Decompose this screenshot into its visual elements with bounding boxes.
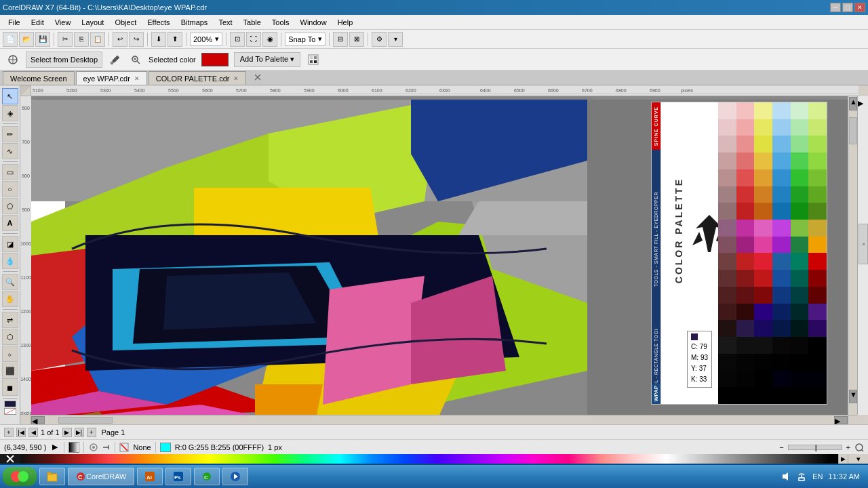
- swatch-cell[interactable]: [808, 371, 827, 388]
- tab-color-palette-close[interactable]: ✕: [233, 75, 239, 82]
- swatch-cell[interactable]: [772, 304, 791, 321]
- taskbar-ps[interactable]: Ps: [165, 468, 191, 485]
- swatch-cell[interactable]: [736, 220, 755, 237]
- swatch-cell[interactable]: [791, 387, 809, 404]
- swatch-cell[interactable]: [718, 136, 736, 152]
- undo-button[interactable]: ↩: [113, 32, 127, 47]
- copy-button[interactable]: ⎘: [74, 32, 89, 47]
- swatch-cell[interactable]: [754, 354, 772, 371]
- vscroll-up[interactable]: ▲: [849, 97, 857, 110]
- text-tool[interactable]: A: [2, 215, 18, 231]
- extrude-tool[interactable]: ⬛: [2, 363, 18, 379]
- swatch-cell[interactable]: [791, 119, 809, 136]
- swatch-cell[interactable]: [808, 119, 827, 136]
- options-button[interactable]: ⚙: [372, 32, 387, 47]
- color-bar-indicator[interactable]: [68, 442, 79, 453]
- swatch-cell[interactable]: [718, 304, 736, 321]
- swatch-cell[interactable]: [754, 102, 772, 119]
- swatch-cell[interactable]: [754, 203, 772, 220]
- swatch-cell[interactable]: [791, 320, 809, 337]
- menu-edit[interactable]: Edit: [26, 17, 50, 28]
- swatch-cell[interactable]: [718, 270, 736, 287]
- swatch-cell[interactable]: [718, 152, 736, 169]
- color-fill-swatch[interactable]: [4, 401, 16, 407]
- swatch-cell[interactable]: [736, 169, 755, 186]
- taskbar-ai[interactable]: Ai: [137, 468, 163, 485]
- swatch-cell[interactable]: [791, 152, 809, 169]
- swatch-cell[interactable]: [754, 371, 772, 388]
- swatch-cell[interactable]: [718, 220, 736, 237]
- swatch-cell[interactable]: [718, 186, 736, 203]
- swatch-cell[interactable]: [718, 203, 736, 220]
- swatch-cell[interactable]: [754, 320, 772, 337]
- new-button[interactable]: 📄: [3, 32, 18, 47]
- swatch-cell[interactable]: [772, 119, 791, 136]
- swatch-cell[interactable]: [808, 387, 827, 404]
- swatch-cell[interactable]: [772, 354, 791, 371]
- fit-page-button[interactable]: ⊡: [230, 32, 245, 47]
- swatch-cell[interactable]: [772, 320, 791, 337]
- hscroll-right[interactable]: ▶: [834, 416, 848, 424]
- menu-file[interactable]: File: [3, 17, 26, 28]
- distribute-button[interactable]: ⊠: [349, 32, 364, 47]
- menu-text[interactable]: Text: [213, 17, 237, 28]
- swatch-cell[interactable]: [772, 136, 791, 152]
- swatch-cell[interactable]: [736, 152, 755, 169]
- swatch-cell[interactable]: [791, 253, 809, 270]
- swatch-cell[interactable]: [736, 253, 755, 270]
- no-color-button[interactable]: [0, 454, 20, 464]
- swatch-cell[interactable]: [791, 220, 809, 237]
- swatch-cell[interactable]: [754, 270, 772, 287]
- swatch-cell[interactable]: [772, 152, 791, 169]
- zoom-tool[interactable]: 🔍: [2, 274, 18, 290]
- fill-tool[interactable]: ◪: [2, 236, 18, 252]
- swatch-cell[interactable]: [736, 136, 755, 152]
- add-page-button[interactable]: +: [4, 428, 14, 437]
- swatch-cell[interactable]: [791, 203, 809, 220]
- tab-color-palette[interactable]: COLOR PALETTE.cdr ✕: [149, 71, 247, 85]
- select-from-desktop-button[interactable]: Select from Desktop: [26, 52, 102, 68]
- shape-tool[interactable]: ◈: [2, 105, 18, 121]
- swatch-cell[interactable]: [791, 136, 809, 152]
- swatch-cell[interactable]: [718, 354, 736, 371]
- swatch-cell[interactable]: [754, 287, 772, 304]
- minimize-button[interactable]: ─: [830, 3, 841, 12]
- swatch-cell[interactable]: [808, 102, 827, 119]
- polygon-tool[interactable]: ⬠: [2, 198, 18, 214]
- swatch-cell[interactable]: [791, 169, 809, 186]
- swatch-cell[interactable]: [791, 186, 809, 203]
- vertical-scrollbar[interactable]: ▲ ▼: [848, 96, 857, 415]
- palette-expand[interactable]: ▾: [848, 454, 868, 464]
- swatch-cell[interactable]: [808, 320, 827, 337]
- menu-bitmaps[interactable]: Bitmaps: [176, 17, 214, 28]
- horizontal-scrollbar[interactable]: ◀ ▶: [31, 415, 848, 424]
- zoom-out-btn[interactable]: −: [779, 443, 783, 451]
- swatch-cell[interactable]: [718, 119, 736, 136]
- swatch-cell[interactable]: [772, 371, 791, 388]
- hscroll-left[interactable]: ◀: [31, 416, 45, 424]
- rect-tool[interactable]: ▭: [2, 164, 18, 180]
- right-panel-expand[interactable]: ▶: [858, 99, 867, 108]
- swatch-cell[interactable]: [808, 270, 827, 287]
- ellipse-tool[interactable]: ○: [2, 181, 18, 197]
- hscroll-thumb[interactable]: [58, 417, 113, 424]
- close-button[interactable]: ✕: [854, 3, 865, 12]
- menu-view[interactable]: View: [50, 17, 77, 28]
- menu-table[interactable]: Table: [238, 17, 267, 28]
- redo-button[interactable]: ↪: [129, 32, 144, 47]
- swatch-cell[interactable]: [754, 237, 772, 253]
- color-options-icon[interactable]: [306, 52, 321, 67]
- swatch-cell[interactable]: [736, 237, 755, 253]
- swatch-cell[interactable]: [791, 354, 809, 371]
- view-mode-button[interactable]: ◉: [262, 32, 277, 47]
- swatch-cell[interactable]: [772, 169, 791, 186]
- swatch-cell[interactable]: [772, 270, 791, 287]
- export-button[interactable]: ⬆: [167, 32, 182, 47]
- add-page-after-button[interactable]: +: [87, 428, 96, 437]
- swatch-cell[interactable]: [808, 237, 827, 253]
- taskbar-corel2[interactable]: C: [194, 468, 220, 485]
- select-tool[interactable]: ↖: [2, 88, 18, 104]
- swatch-cell[interactable]: [808, 186, 827, 203]
- menu-help[interactable]: Help: [332, 17, 359, 28]
- swatch-cell[interactable]: [808, 253, 827, 270]
